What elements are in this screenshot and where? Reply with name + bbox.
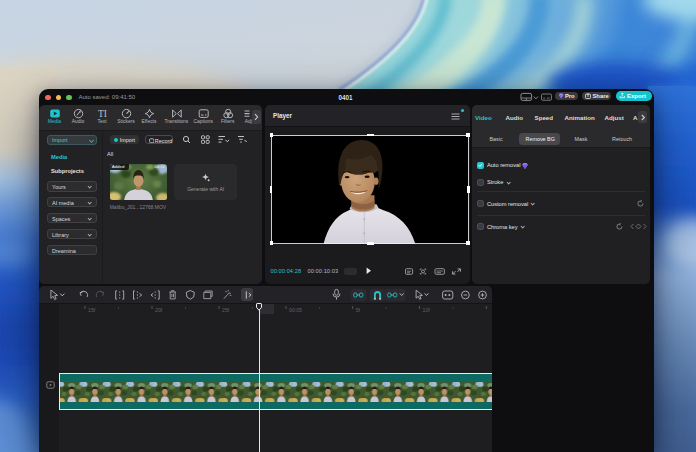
svg-text:5f: 5f [356,306,361,312]
svg-text:25f: 25f [222,306,230,312]
svg-text:10f: 10f [423,306,431,312]
svg-text:00:05: 00:05 [289,306,302,312]
svg-text:20f: 20f [155,306,163,312]
svg-text:TI: TI [98,109,107,119]
svg-text:15f: 15f [88,306,96,312]
